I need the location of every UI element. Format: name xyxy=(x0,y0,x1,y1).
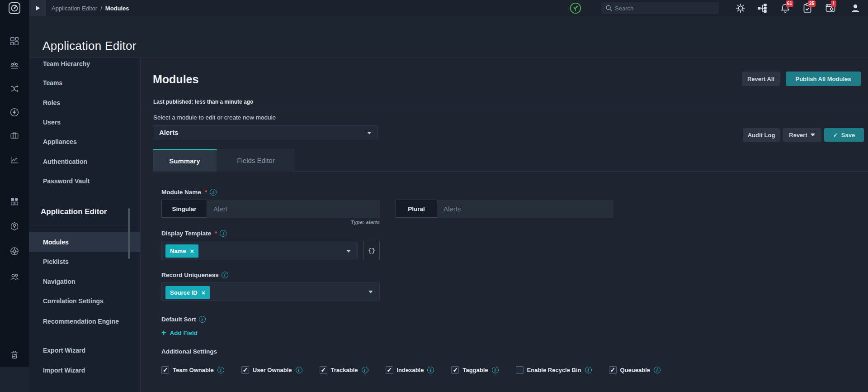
notifications-badge: 61 xyxy=(786,0,793,7)
info-icon[interactable]: i xyxy=(210,189,217,196)
sidebar-item-modules[interactable]: Modules xyxy=(29,232,140,252)
sidebar-divider xyxy=(29,225,140,225)
breadcrumb: Application Editor / Modules xyxy=(52,0,129,16)
info-icon[interactable]: i xyxy=(362,367,368,373)
info-icon[interactable]: i xyxy=(296,367,302,373)
notifications-bell-icon[interactable]: 61 xyxy=(780,3,791,14)
connectors-package-icon[interactable] xyxy=(9,221,19,231)
record-uniqueness-chip: Source ID × xyxy=(165,286,210,299)
war-room-briefcase-icon[interactable] xyxy=(9,130,19,140)
default-sort-label: Default Sort i xyxy=(161,316,859,323)
add-field-link[interactable]: + Add Field xyxy=(161,329,859,337)
page-title: Application Editor xyxy=(42,39,137,53)
sidebar-item-appliances[interactable]: Appliances xyxy=(29,137,140,146)
setting-queueable: Queueable i xyxy=(609,366,660,374)
sidebar-item-navigation[interactable]: Navigation xyxy=(29,277,140,286)
trackable-checkbox[interactable] xyxy=(320,366,327,374)
checkbox-label: Trackable xyxy=(331,367,358,373)
json-template-button[interactable]: {} xyxy=(363,241,380,260)
summary-form: Module Name * i Singular Alert Plural Al… xyxy=(161,189,859,374)
sidebar-item-export-wizard[interactable]: Export Wizard xyxy=(29,346,140,355)
info-icon[interactable]: i xyxy=(585,367,592,373)
info-icon[interactable]: i xyxy=(427,367,434,373)
record-uniqueness-select[interactable]: Source ID × xyxy=(161,282,380,301)
info-icon[interactable]: i xyxy=(654,367,660,373)
sidebar-item-teams[interactable]: Teams xyxy=(29,78,140,87)
sidebar-item-recommendation-engine[interactable]: Recommendation Engine xyxy=(29,316,119,326)
audit-log-button[interactable]: Audit Log xyxy=(743,128,780,142)
singular-name-input[interactable]: Alert xyxy=(207,200,380,218)
help-wheel-icon[interactable] xyxy=(9,246,19,256)
revert-all-button[interactable]: Revert All xyxy=(742,72,780,86)
collapse-arrow-icon xyxy=(36,6,40,10)
top-bar: Application Editor / Modules xyxy=(0,0,868,16)
chevron-down-icon xyxy=(368,291,373,293)
approvals-clipboard-icon[interactable]: 25 xyxy=(802,3,813,14)
sidebar-scrollbar[interactable] xyxy=(128,208,130,259)
sidebar-item-password-vault[interactable]: Password Vault xyxy=(29,177,140,186)
info-icon[interactable]: i xyxy=(217,367,224,373)
required-asterisk: * xyxy=(205,189,207,196)
save-button[interactable]: ✓ Save xyxy=(824,128,864,142)
user-ownable-checkbox[interactable] xyxy=(241,366,249,374)
team-ownable-checkbox[interactable] xyxy=(161,366,169,374)
save-button-label: Save xyxy=(841,132,855,139)
revert-button-label: Revert xyxy=(789,132,807,139)
chip-remove-icon[interactable]: × xyxy=(202,289,205,296)
sidebar-collapse-button[interactable] xyxy=(29,0,46,16)
breadcrumb-section[interactable]: Application Editor xyxy=(52,5,97,12)
recycle-bin-icon[interactable] xyxy=(9,349,19,359)
queue-management-icon[interactable] xyxy=(9,60,19,70)
shuffle-icon[interactable] xyxy=(9,84,19,94)
checkbox-label: Taggable xyxy=(462,367,488,373)
system-tasks-icon[interactable]: ! xyxy=(825,3,836,14)
system-health-icon[interactable] xyxy=(570,2,581,14)
reports-chart-icon[interactable] xyxy=(9,155,19,165)
module-name-label-text: Module Name xyxy=(161,189,201,196)
user-avatar-icon[interactable] xyxy=(850,3,861,14)
additional-settings-label-text: Additional Settings xyxy=(161,348,217,355)
plural-name-input[interactable]: Alerts xyxy=(437,200,613,218)
breadcrumb-page[interactable]: Modules xyxy=(105,5,129,12)
app-logo[interactable] xyxy=(0,0,29,16)
chip-remove-icon[interactable]: × xyxy=(190,248,193,255)
sidebar-item-users[interactable]: Users xyxy=(29,118,140,127)
sidebar-item-authentication[interactable]: Authentication xyxy=(29,157,140,166)
indexable-checkbox[interactable] xyxy=(386,366,393,374)
display-template-select[interactable]: Name × xyxy=(161,241,358,260)
module-name-row: Singular Alert Plural Alerts xyxy=(161,200,859,218)
publish-all-modules-button[interactable]: Publish All Modules xyxy=(786,72,861,86)
sidebar-item-picklists[interactable]: Picklists xyxy=(29,257,140,266)
module-select-dropdown[interactable]: Alerts xyxy=(153,125,378,139)
info-icon[interactable]: i xyxy=(492,367,499,373)
dashboard-icon[interactable] xyxy=(9,36,19,46)
record-uniqueness-label: Record Uniqueness i xyxy=(161,272,859,278)
sitemap-hierarchy-icon[interactable] xyxy=(757,3,768,14)
plural-prefix: Plural xyxy=(396,200,437,218)
tab-row: Summary Fields Editor xyxy=(153,149,868,172)
taggable-checkbox[interactable] xyxy=(451,366,459,374)
search-input[interactable] xyxy=(615,2,717,14)
settings-gear-icon[interactable] xyxy=(735,3,746,14)
sidebar-item-roles[interactable]: Roles xyxy=(29,98,140,107)
user-community-icon[interactable] xyxy=(9,272,19,282)
revert-button[interactable]: Revert xyxy=(783,128,821,142)
additional-settings-row: Team Ownable i User Ownable i Trackable … xyxy=(161,366,859,374)
tab-summary[interactable]: Summary xyxy=(153,149,217,172)
info-icon[interactable]: i xyxy=(220,230,226,237)
widgets-icon[interactable] xyxy=(9,196,19,206)
setting-taggable: Taggable i xyxy=(451,366,498,374)
add-field-label: Add Field xyxy=(170,330,198,336)
enable-recycle-bin-checkbox[interactable] xyxy=(516,366,524,374)
global-search xyxy=(601,2,719,14)
compass-logo-icon xyxy=(8,2,21,14)
info-icon[interactable]: i xyxy=(222,272,228,278)
queueable-checkbox[interactable] xyxy=(609,366,617,374)
plus-icon: + xyxy=(161,329,166,336)
tab-fields-editor[interactable]: Fields Editor xyxy=(217,149,295,172)
sidebar-item-import-wizard[interactable]: Import Wizard xyxy=(29,366,140,375)
automation-bolt-icon[interactable] xyxy=(9,107,19,117)
info-icon[interactable]: i xyxy=(199,316,206,323)
sidebar-item-correlation-settings[interactable]: Correlation Settings xyxy=(29,296,140,306)
sidebar-item-team-hierarchy[interactable]: Team Hierarchy xyxy=(29,59,140,68)
